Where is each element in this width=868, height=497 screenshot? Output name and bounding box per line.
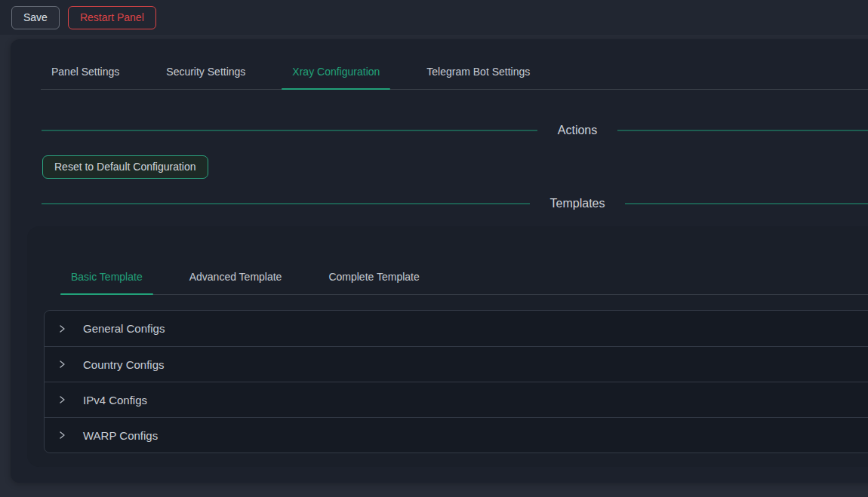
- collapse-general-configs[interactable]: General Configs: [45, 311, 868, 346]
- reset-default-configuration-button[interactable]: Reset to Default Configuration: [42, 155, 208, 179]
- collapse-ipv4-configs[interactable]: IPv4 Configs: [45, 382, 868, 417]
- settings-tabbar: Panel Settings Security Settings Xray Co…: [41, 57, 868, 90]
- save-button[interactable]: Save: [11, 6, 60, 29]
- top-toolbar: Save Restart Panel: [0, 0, 868, 35]
- templates-divider: Templates: [42, 196, 868, 210]
- chevron-right-icon: [57, 395, 66, 404]
- page: Save Restart Panel Panel Settings Securi…: [0, 0, 868, 497]
- actions-divider-label: Actions: [558, 123, 597, 137]
- configs-collapse-list: General Configs Country Configs: [44, 310, 868, 453]
- templates-tabbar: Basic Template Advanced Template Complet…: [60, 262, 868, 295]
- chevron-right-icon: [57, 431, 66, 440]
- collapse-header-label: General Configs: [83, 322, 165, 335]
- chevron-right-icon: [57, 360, 66, 369]
- restart-panel-button[interactable]: Restart Panel: [68, 6, 156, 29]
- collapse-header-label: IPv4 Configs: [83, 394, 147, 406]
- collapse-header-label: Country Configs: [83, 358, 165, 371]
- tab-basic-template[interactable]: Basic Template: [60, 262, 153, 294]
- tab-complete-template[interactable]: Complete Template: [318, 262, 429, 294]
- chevron-right-icon: [57, 324, 66, 333]
- tab-security-settings[interactable]: Security Settings: [155, 57, 256, 89]
- collapse-country-configs[interactable]: Country Configs: [45, 346, 868, 382]
- tab-advanced-template[interactable]: Advanced Template: [179, 262, 293, 294]
- templates-divider-label: Templates: [550, 196, 605, 210]
- templates-card: Basic Template Advanced Template Complet…: [27, 226, 868, 467]
- settings-card: Panel Settings Security Settings Xray Co…: [11, 39, 868, 483]
- collapse-header-label: WARP Configs: [83, 429, 158, 442]
- actions-divider: Actions: [42, 123, 868, 137]
- collapse-warp-configs[interactable]: WARP Configs: [45, 417, 868, 453]
- tab-telegram-bot-settings[interactable]: Telegram Bot Settings: [416, 57, 540, 89]
- tab-panel-settings[interactable]: Panel Settings: [41, 57, 130, 89]
- tab-xray-configuration[interactable]: Xray Configuration: [282, 57, 390, 89]
